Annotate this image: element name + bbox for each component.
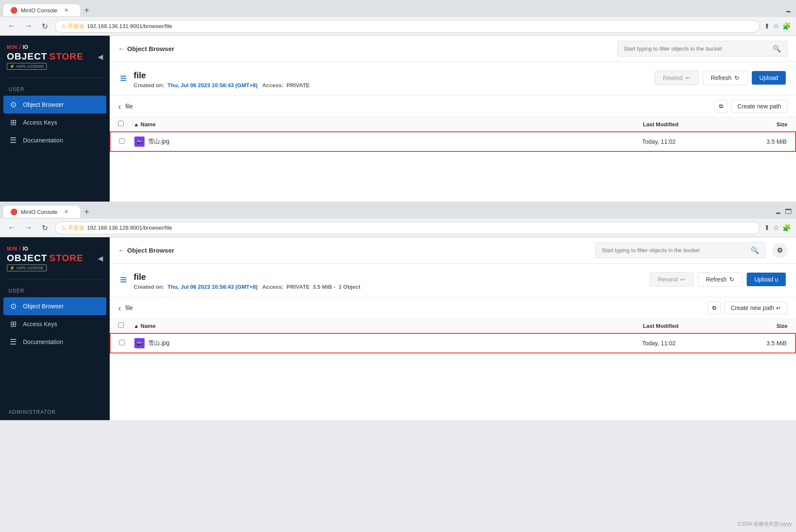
check-all-col-2 <box>118 322 134 329</box>
copy-icon-1: ⧉ <box>719 103 723 109</box>
table-row-2-0[interactable]: 📷 雪山.jpg Today, 11:02 3.5 MiB <box>110 333 796 353</box>
extensions-icon-2[interactable]: 🧩 <box>782 224 791 232</box>
logo-1: MIN / IO OBJECT STORE ⚡ AGPL LICENSE <box>7 43 83 70</box>
tab-1[interactable]: 🔴 MinIO Console ✕ <box>3 4 80 16</box>
minimize-icon-2[interactable]: 🗕 <box>775 208 782 216</box>
table-row-1-0[interactable]: 📷 雪山.jpg Today, 11:02 3.5 MiB <box>110 131 796 152</box>
file-icon-1-0: 📷 <box>134 137 145 147</box>
sidebar-collapse-2[interactable]: ◀ <box>98 254 103 262</box>
url-text-1: 192.168.136.131:9001/browser/file <box>87 23 172 29</box>
created-date-1: Thu, Jul 06 2023 10:58:43 (GMT+8) <box>168 82 258 88</box>
name-col-header-1[interactable]: ▲ Name <box>134 121 643 128</box>
back-to-object-browser-1[interactable]: ← Object Browser <box>118 45 174 52</box>
sidebar-item-access-keys-2[interactable]: ⊞ Access Keys <box>0 315 110 333</box>
created-label-2: Created on: <box>134 284 164 290</box>
size-col-header-2[interactable]: Size <box>736 323 787 329</box>
check-all-checkbox-2[interactable] <box>118 322 124 328</box>
search-box-1[interactable]: 🔍 <box>617 41 787 57</box>
tab-2[interactable]: 🔴 MinIO Console ✕ <box>3 206 80 218</box>
tab-close-1[interactable]: ✕ <box>64 7 68 13</box>
address-bar-1[interactable]: ⚠ 不安全 192.168.136.131:9001/browser/file <box>55 20 760 33</box>
rewind-label-2: Rewind <box>658 276 678 283</box>
tab-title-2: MinIO Console <box>21 209 57 215</box>
logo-license-1: ⚡ AGPL LICENSE <box>7 63 47 70</box>
sidebar-item-object-browser-1[interactable]: ⊙ Object Browser <box>3 96 106 114</box>
upload-button-2[interactable]: Upload u <box>747 273 786 286</box>
top-bar-1: ← Object Browser 🔍 <box>110 36 796 62</box>
search-icon-1: 🔍 <box>773 45 781 53</box>
address-bar-2[interactable]: ⚠ 不安全 192.168.136.128:9001/browser/file <box>55 222 760 234</box>
license-icon-2: ⚡ <box>10 266 14 270</box>
create-path-button-2[interactable]: Create new path ↵ <box>724 302 787 314</box>
share-icon-1[interactable]: ⬆ <box>764 22 770 30</box>
upload-button-1[interactable]: Upload <box>752 71 786 85</box>
access-keys-label-2: Access Keys <box>23 321 57 327</box>
minimize-icon[interactable]: 🗕 <box>785 6 792 14</box>
forward-button-2[interactable]: → <box>22 222 35 234</box>
sidebar-item-object-browser-2[interactable]: ⊙ Object Browser <box>3 297 106 315</box>
copy-path-button-2[interactable]: ⧉ <box>708 302 721 314</box>
back-button-2[interactable]: ← <box>5 222 18 234</box>
bookmark-icon-1[interactable]: ☆ <box>773 22 779 30</box>
license-icon: ⚡ <box>10 64 14 68</box>
table-header-1: ▲ Name Last Modified Size <box>110 117 796 131</box>
maximize-icon-2[interactable]: 🗖 <box>785 208 792 216</box>
settings-icon-2[interactable]: ⚙ <box>772 243 787 258</box>
logo-store: STORE <box>49 51 83 62</box>
search-box-2[interactable]: 🔍 <box>595 242 765 258</box>
sidebar-item-documentation-1[interactable]: ☰ Documentation <box>0 131 110 149</box>
sidebar-section-label-2: User <box>0 284 110 297</box>
reload-button-2[interactable]: ↻ <box>39 222 51 234</box>
bookmark-icon-2[interactable]: ☆ <box>773 224 779 232</box>
reload-button-1[interactable]: ↻ <box>39 20 51 33</box>
object-browser-icon-1: ⊙ <box>9 100 18 109</box>
path-back-button-2[interactable]: ‹ <box>118 303 121 313</box>
sidebar-item-access-keys-1[interactable]: ⊞ Access Keys <box>0 114 110 131</box>
path-bar-1: ‹ file ⧉ Create new path <box>110 96 796 117</box>
tab-close-2[interactable]: ✕ <box>64 209 68 215</box>
sidebar-divider-2 <box>7 279 103 279</box>
sidebar-section-2: User ⊙ Object Browser ⊞ Access Keys ☰ Do… <box>0 283 110 353</box>
logo-min-2: MIN <box>7 246 17 252</box>
new-tab-button-2[interactable]: + <box>80 207 94 217</box>
tab-bar-2: 🔴 MinIO Console ✕ + 🗕 🗖 <box>0 202 796 219</box>
refresh-button-2[interactable]: Refresh ↻ <box>698 272 742 287</box>
path-back-button-1[interactable]: ‹ <box>118 102 121 111</box>
bucket-actions-2: Rewind ↩ Refresh ↻ Upload u <box>650 272 786 287</box>
check-all-checkbox-1[interactable] <box>118 121 124 126</box>
row-check-2-0 <box>119 340 134 347</box>
modified-col-header-1[interactable]: Last Modified <box>643 121 736 128</box>
admin-section-2: Administrator <box>0 401 110 420</box>
row-modified-2-0: Today, 11:02 <box>642 340 736 347</box>
name-col-header-2[interactable]: ▲ Name <box>134 323 643 329</box>
forward-button-1[interactable]: → <box>22 20 35 32</box>
license-text: AGPL LICENSE <box>16 64 44 68</box>
create-path-button-1[interactable]: Create new path <box>731 100 787 113</box>
search-input-2[interactable] <box>602 247 747 253</box>
extensions-icon-1[interactable]: 🧩 <box>782 22 791 30</box>
name-col-label-1: Name <box>141 121 156 128</box>
back-label-1: Object Browser <box>127 45 174 52</box>
file-name-1-0: 雪山.jpg <box>148 138 170 145</box>
share-icon-2[interactable]: ⬆ <box>764 224 770 232</box>
back-to-object-browser-2[interactable]: ← Object Browser <box>118 247 174 254</box>
modified-col-header-2[interactable]: Last Modified <box>643 323 736 329</box>
back-button-1[interactable]: ← <box>5 20 18 32</box>
copy-path-button-1[interactable]: ⧉ <box>714 100 728 113</box>
search-input-1[interactable] <box>624 46 769 52</box>
refresh-icon-1: ↻ <box>734 74 739 81</box>
sidebar-item-documentation-2[interactable]: ☰ Documentation <box>0 333 110 351</box>
rewind-button-1[interactable]: Rewind ↩ <box>655 71 699 85</box>
logo-object: OBJECT <box>7 51 47 62</box>
sidebar-header-2: MIN / IO OBJECT STORE ⚡ AGPL LICENSE ◀ <box>0 237 110 276</box>
sidebar-header-1: MIN / IO OBJECT STORE ⚡ AGPL LICENSE ◀ <box>0 36 110 74</box>
bucket-details-1: file Created on: Thu, Jul 06 2023 10:58:… <box>134 71 648 88</box>
rewind-button-2[interactable]: Rewind ↩ <box>650 272 694 287</box>
new-tab-button-1[interactable]: + <box>80 6 94 15</box>
row-checkbox-2-0[interactable] <box>119 340 125 345</box>
row-checkbox-1-0[interactable] <box>119 138 125 144</box>
object-browser-label-1: Object Browser <box>23 101 64 108</box>
size-col-header-1[interactable]: Size <box>736 121 787 128</box>
refresh-button-1[interactable]: Refresh ↻ <box>703 71 748 85</box>
sidebar-collapse-1[interactable]: ◀ <box>98 53 103 61</box>
